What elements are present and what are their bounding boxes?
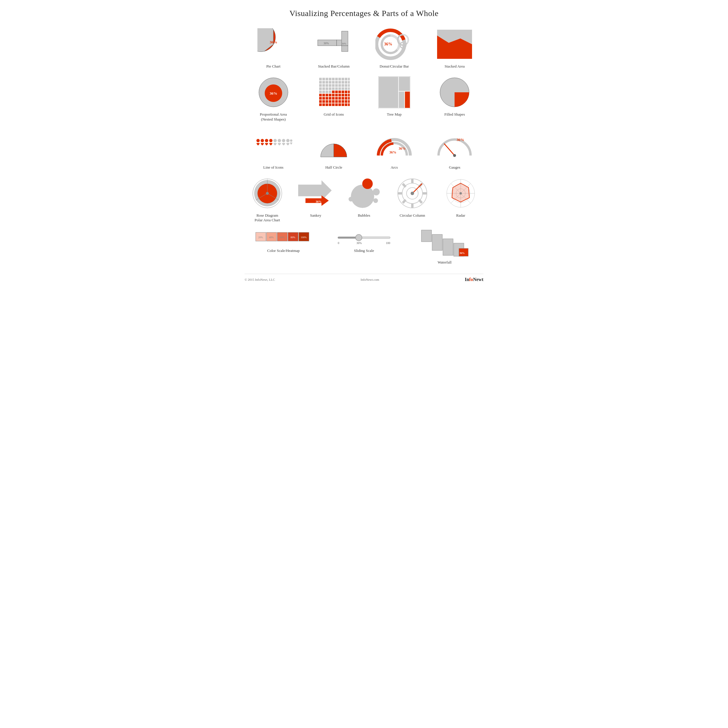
svg-rect-62 xyxy=(322,90,325,93)
waterfall-label: Waterfall xyxy=(438,260,452,265)
sliding-scale-item: 0 36% 100 Sliding Scale xyxy=(325,229,403,265)
svg-point-122 xyxy=(274,139,277,142)
svg-line-153 xyxy=(403,200,406,203)
sankey-label: Sankey xyxy=(310,213,321,218)
svg-rect-60 xyxy=(348,87,350,90)
svg-text:20%: 20% xyxy=(258,236,263,239)
svg-rect-28 xyxy=(341,78,344,80)
svg-rect-58 xyxy=(341,87,344,90)
logo-accent: fo xyxy=(469,277,473,282)
grid-icons-item: Grid of Icons xyxy=(305,75,363,122)
svg-rect-101 xyxy=(319,103,322,106)
grid-icons-visual xyxy=(315,75,353,110)
svg-rect-29 xyxy=(345,78,347,80)
svg-point-118 xyxy=(256,139,260,142)
footer: © 2015 InfoNewt, LLC InfoNewt.com InfoNe… xyxy=(245,274,483,282)
svg-rect-74 xyxy=(329,94,331,96)
svg-rect-42 xyxy=(322,84,325,87)
logo: InfoNewt xyxy=(465,277,483,282)
svg-rect-39 xyxy=(345,81,347,84)
svg-point-124 xyxy=(282,139,285,142)
svg-rect-98 xyxy=(341,100,344,103)
svg-point-125 xyxy=(286,139,289,142)
svg-rect-21 xyxy=(319,78,322,80)
svg-rect-5 xyxy=(341,46,348,52)
circular-column-item: Circular Column xyxy=(390,176,435,223)
svg-rect-22 xyxy=(322,78,325,80)
svg-rect-55 xyxy=(332,87,335,90)
svg-rect-51 xyxy=(319,87,322,90)
svg-text:36%: 36% xyxy=(324,42,329,45)
svg-rect-184 xyxy=(421,230,431,242)
svg-text:36%: 36% xyxy=(459,252,465,254)
svg-rect-92 xyxy=(322,100,325,103)
svg-rect-88 xyxy=(341,97,344,99)
svg-rect-94 xyxy=(329,100,331,103)
filled-shapes-item: 36% Filled Shapes xyxy=(426,75,484,122)
line-icons-item: Line of Icons xyxy=(245,128,302,170)
circular-column-label: Circular Column xyxy=(399,213,425,218)
proportional-area-visual: 36% xyxy=(254,75,292,110)
svg-rect-69 xyxy=(345,90,347,93)
svg-rect-85 xyxy=(332,97,335,99)
svg-rect-89 xyxy=(345,97,347,99)
svg-rect-63 xyxy=(326,90,328,93)
svg-rect-114 xyxy=(399,92,404,108)
svg-rect-49 xyxy=(345,84,347,87)
svg-rect-26 xyxy=(335,78,338,80)
svg-rect-104 xyxy=(329,103,331,106)
svg-rect-79 xyxy=(345,94,347,96)
svg-rect-48 xyxy=(341,84,344,87)
svg-rect-86 xyxy=(335,97,338,99)
svg-rect-93 xyxy=(326,100,328,103)
svg-rect-40 xyxy=(348,81,350,84)
svg-rect-95 xyxy=(332,100,335,103)
svg-rect-81 xyxy=(319,97,322,99)
svg-rect-82 xyxy=(322,97,325,99)
stacked-area-visual xyxy=(436,27,474,62)
radar-visual xyxy=(442,176,480,211)
line-icons-visual xyxy=(254,128,292,163)
svg-rect-70 xyxy=(348,90,350,93)
svg-rect-112 xyxy=(379,76,398,108)
tree-map-item: Tree Map xyxy=(366,75,423,122)
svg-rect-23 xyxy=(326,78,328,80)
svg-rect-33 xyxy=(326,81,328,84)
svg-rect-47 xyxy=(338,84,341,87)
svg-point-126 xyxy=(290,139,292,142)
svg-rect-61 xyxy=(319,90,322,93)
donut-item: 36% Donut/Circular Bar xyxy=(366,27,423,69)
svg-rect-186 xyxy=(443,239,453,255)
circular-column-visual xyxy=(393,176,431,211)
svg-rect-59 xyxy=(345,87,347,90)
svg-rect-37 xyxy=(338,81,341,84)
copyright: © 2015 InfoNewt, LLC xyxy=(245,278,275,281)
sliding-scale-visual: 0 36% 100 xyxy=(335,229,393,246)
svg-rect-90 xyxy=(348,97,350,99)
svg-rect-100 xyxy=(348,100,350,103)
half-circle-label: Half Circle xyxy=(325,165,342,170)
svg-rect-110 xyxy=(348,103,350,106)
svg-point-130 xyxy=(453,154,456,157)
proportional-area-label: Proportional Area(Nested Shapes) xyxy=(260,112,287,122)
svg-rect-34 xyxy=(329,81,331,84)
svg-rect-102 xyxy=(322,103,325,106)
svg-point-157 xyxy=(411,192,414,195)
svg-rect-103 xyxy=(326,103,328,106)
filled-shapes-visual: 36% xyxy=(436,75,474,110)
svg-rect-30 xyxy=(348,78,350,80)
rose-diagram-label: Rose DiagramPolar Area Chart xyxy=(254,213,280,223)
svg-point-142 xyxy=(373,188,380,196)
svg-rect-38 xyxy=(341,81,344,84)
svg-rect-68 xyxy=(341,90,344,93)
svg-text:80%: 80% xyxy=(291,236,295,239)
svg-text:100: 100 xyxy=(386,242,390,245)
svg-text:36%: 36% xyxy=(399,147,406,151)
svg-rect-77 xyxy=(338,94,341,96)
svg-text:36%: 36% xyxy=(270,91,277,95)
svg-rect-27 xyxy=(338,78,341,80)
proportional-area-item: 36% Proportional Area(Nested Shapes) xyxy=(245,75,302,122)
svg-rect-109 xyxy=(345,103,347,106)
waterfall-visual: 36% xyxy=(419,229,471,258)
stacked-bar-item: 36% 36% Stacked Bar/Column xyxy=(305,27,363,69)
